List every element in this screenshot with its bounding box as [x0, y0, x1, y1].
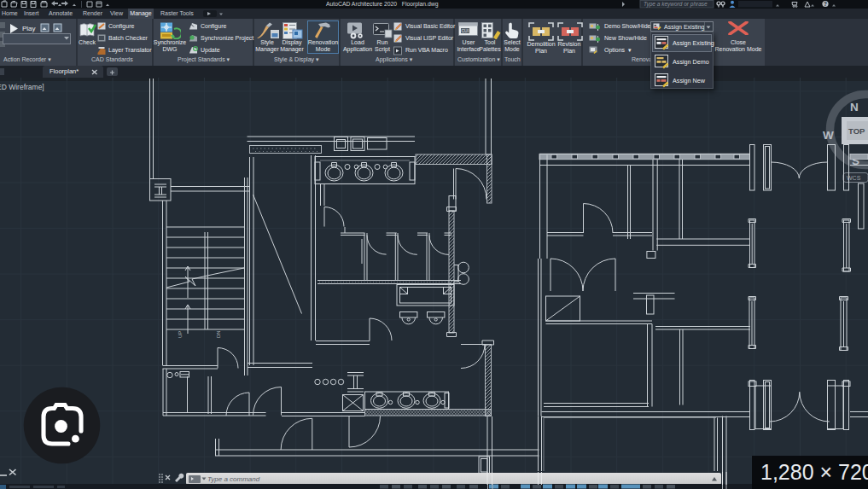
svg-text:W: W: [823, 129, 834, 142]
svg-text:UP: UP: [178, 331, 183, 338]
svg-text:N: N: [850, 101, 859, 114]
svg-text:Type a keyword or phrase: Type a keyword or phrase: [644, 1, 708, 8]
svg-text:ED Wireframe]: ED Wireframe]: [0, 83, 44, 91]
svg-text:TOP: TOP: [848, 126, 865, 136]
svg-text:?: ?: [824, 1, 827, 7]
svg-text:DN: DN: [216, 330, 221, 338]
svg-text:CUI: CUI: [462, 28, 469, 33]
